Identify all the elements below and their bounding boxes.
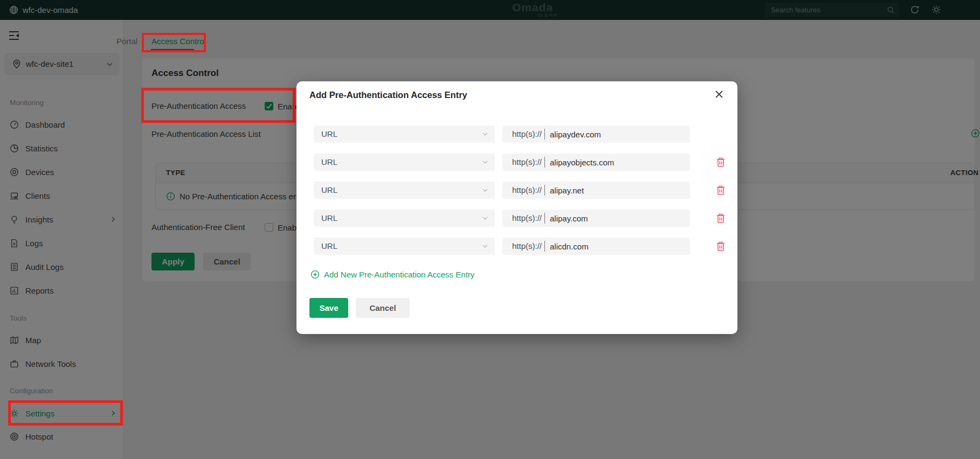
prefix-divider xyxy=(544,185,545,196)
dialog-cancel-button[interactable]: Cancel xyxy=(356,298,410,318)
entry-type-select[interactable]: URL xyxy=(314,210,495,227)
chevron-down-icon xyxy=(482,187,488,193)
chevron-down-icon xyxy=(482,159,488,165)
url-input-group: http(s):// xyxy=(502,238,690,255)
url-input[interactable] xyxy=(550,154,685,171)
chevron-down-icon xyxy=(482,243,488,249)
url-input[interactable] xyxy=(550,210,685,227)
entry-row: URL http(s):// xyxy=(314,210,720,227)
circle-plus-icon xyxy=(310,270,320,279)
dialog-title: Add Pre-Authentication Access Entry xyxy=(309,90,467,100)
url-input[interactable] xyxy=(550,238,685,255)
url-input-group: http(s):// xyxy=(502,210,690,227)
entry-type-select[interactable]: URL xyxy=(314,182,495,199)
url-input[interactable] xyxy=(550,182,685,199)
entry-type-select[interactable]: URL xyxy=(314,154,495,171)
close-icon[interactable] xyxy=(714,89,724,100)
delete-row-trash-icon[interactable] xyxy=(716,185,726,196)
delete-row-trash-icon[interactable] xyxy=(716,241,726,252)
url-prefix: http(s):// xyxy=(512,210,542,227)
prefix-divider xyxy=(544,241,545,252)
entry-row: URL http(s):// xyxy=(314,238,720,255)
url-prefix: http(s):// xyxy=(512,126,542,143)
url-prefix: http(s):// xyxy=(512,238,542,255)
prefix-divider xyxy=(544,129,545,140)
delete-row-trash-icon[interactable] xyxy=(716,213,726,224)
add-new-entry-link[interactable]: Add New Pre-Authentication Access Entry xyxy=(310,269,474,279)
entry-row: URL http(s):// xyxy=(314,154,720,171)
add-pre-auth-entry-dialog: Add Pre-Authentication Access Entry URL … xyxy=(296,81,737,334)
entry-type-select[interactable]: URL xyxy=(314,126,495,143)
save-button[interactable]: Save xyxy=(309,298,348,318)
url-input-group: http(s):// xyxy=(502,126,690,143)
url-prefix: http(s):// xyxy=(512,154,542,171)
chevron-down-icon xyxy=(482,131,488,137)
url-input-group: http(s):// xyxy=(502,182,690,199)
prefix-divider xyxy=(544,213,545,224)
chevron-down-icon xyxy=(482,215,488,221)
prefix-divider xyxy=(544,157,545,168)
url-input-group: http(s):// xyxy=(502,154,690,171)
url-prefix: http(s):// xyxy=(512,182,542,199)
omada-app: wfc-dev-omada Omada by tp-link wfc-dev-s… xyxy=(0,0,980,459)
entry-row: URL http(s):// xyxy=(314,182,720,199)
entry-type-select[interactable]: URL xyxy=(314,238,495,255)
url-input[interactable] xyxy=(550,126,685,143)
entry-row: URL http(s):// xyxy=(314,126,720,143)
delete-row-trash-icon[interactable] xyxy=(716,157,726,168)
